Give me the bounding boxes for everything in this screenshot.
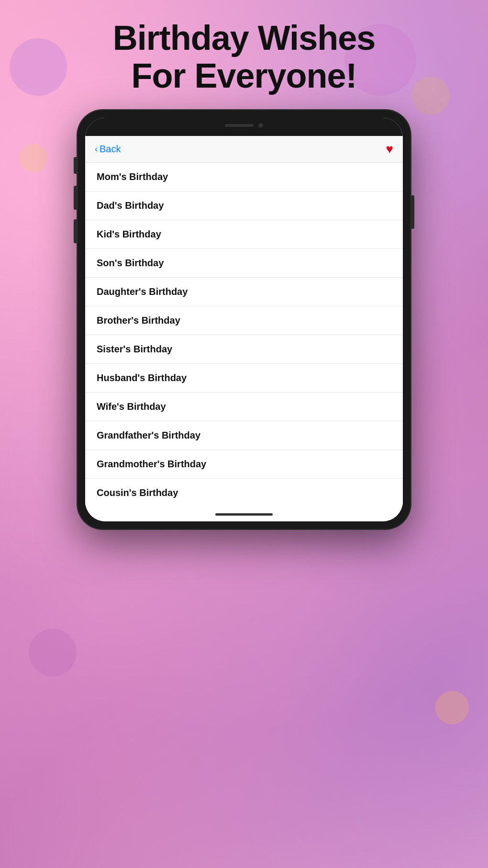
front-camera xyxy=(258,123,263,128)
favorite-button[interactable]: ♥ xyxy=(386,142,393,157)
list-item[interactable]: Son's Birthday xyxy=(85,249,403,278)
navigation-bar: ‹ Back ♥ xyxy=(85,136,403,163)
back-button[interactable]: ‹ Back xyxy=(95,144,121,155)
list-item[interactable]: Sister's Birthday xyxy=(85,335,403,364)
notch xyxy=(206,118,282,133)
birthday-list: Mom's BirthdayDad's BirthdayKid's Birthd… xyxy=(85,163,403,507)
list-item[interactable]: Cousin's Birthday xyxy=(85,479,403,507)
power-button xyxy=(411,195,414,229)
silent-switch xyxy=(74,157,77,174)
phone-mockup: ‹ Back ♥ Mom's BirthdayDad's BirthdayKid… xyxy=(77,109,411,530)
notch-bar xyxy=(85,118,403,136)
back-label: Back xyxy=(100,144,121,155)
list-item[interactable]: Husband's Birthday xyxy=(85,364,403,393)
chevron-left-icon: ‹ xyxy=(95,144,98,154)
list-item[interactable]: Daughter's Birthday xyxy=(85,278,403,306)
notch-pill xyxy=(225,124,254,127)
list-item[interactable]: Kid's Birthday xyxy=(85,220,403,249)
bokeh-circle xyxy=(29,629,77,676)
volume-down-button xyxy=(74,219,77,243)
list-item[interactable]: Grandfather's Birthday xyxy=(85,421,403,450)
list-item[interactable]: Brother's Birthday xyxy=(85,306,403,335)
home-indicator xyxy=(215,513,273,516)
list-item[interactable]: Wife's Birthday xyxy=(85,393,403,421)
bokeh-circle xyxy=(435,691,469,724)
home-indicator-bar xyxy=(85,507,403,521)
page-title: Birthday Wishes For Everyone! xyxy=(0,0,488,109)
list-item[interactable]: Mom's Birthday xyxy=(85,163,403,192)
volume-up-button xyxy=(74,186,77,210)
bokeh-circle xyxy=(19,144,48,172)
list-item[interactable]: Grandmother's Birthday xyxy=(85,450,403,479)
list-item[interactable]: Dad's Birthday xyxy=(85,192,403,220)
